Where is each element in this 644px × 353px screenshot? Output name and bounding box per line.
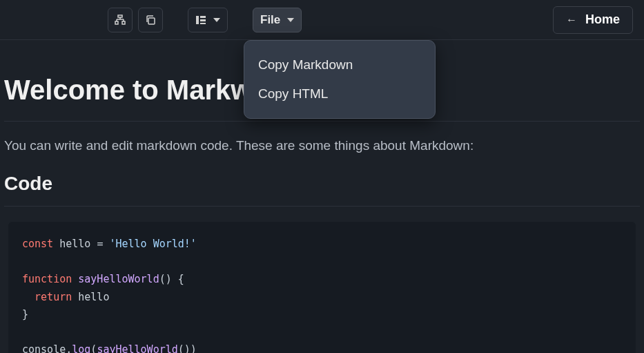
svg-rect-7 [148, 18, 155, 24]
home-button[interactable]: ← Home [553, 6, 633, 34]
format-icon [115, 15, 126, 26]
code-token: function [22, 273, 72, 285]
intro-text: You can write and edit markdown code. Th… [4, 138, 640, 153]
svg-rect-9 [200, 16, 206, 18]
menu-item-copy-markdown[interactable]: Copy Markdown [244, 50, 435, 79]
caret-down-icon [213, 18, 220, 22]
code-token: . [66, 343, 72, 353]
toolbar: File ← Home Copy Markdown Copy HTML [0, 0, 644, 40]
svg-rect-6 [122, 21, 125, 24]
caret-down-icon [287, 18, 294, 22]
menu-item-copy-html[interactable]: Copy HTML [244, 79, 435, 108]
code-block: const hello = 'Hello World!' function sa… [8, 222, 636, 353]
file-menu: Copy Markdown Copy HTML [244, 40, 436, 119]
svg-rect-10 [200, 19, 206, 21]
arrow-left-icon: ← [566, 14, 577, 26]
svg-rect-5 [115, 21, 118, 24]
file-label: File [260, 13, 280, 27]
layout-dropdown[interactable] [188, 8, 228, 32]
layout-icon [195, 15, 206, 26]
code-token: const [22, 238, 53, 250]
svg-rect-0 [118, 15, 122, 17]
code-token: log [72, 343, 90, 353]
code-token: 'Hello World!' [103, 238, 196, 250]
code-token: hello [72, 291, 109, 303]
copy-button[interactable] [138, 8, 163, 32]
section-heading-code: Code [4, 173, 640, 207]
code-token: hello [53, 238, 97, 250]
code-token: ()) [178, 343, 197, 353]
file-dropdown[interactable]: File [253, 8, 302, 32]
code-token: return [22, 291, 72, 303]
code-token: } [22, 308, 28, 321]
home-label: Home [585, 12, 620, 27]
code-token: sayHelloWorld [72, 273, 159, 285]
code-token: sayHelloWorld [97, 343, 177, 353]
svg-rect-8 [196, 16, 199, 24]
code-token: () { [159, 273, 184, 285]
copy-icon [145, 15, 156, 26]
svg-rect-11 [200, 23, 206, 24]
toolbar-left: File [108, 8, 302, 32]
format-button[interactable] [108, 8, 133, 32]
code-token: console [22, 343, 66, 353]
